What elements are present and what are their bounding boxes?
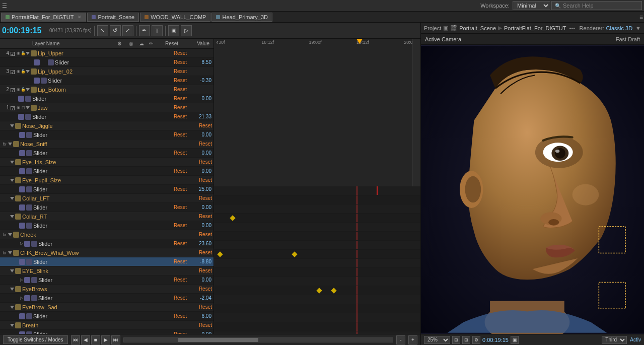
expand-btn[interactable] <box>10 269 14 272</box>
reset-btn[interactable]: Reset <box>197 304 213 310</box>
comp-breadcrumb-2[interactable]: PortraitFlat_For_DIGTUT <box>504 25 566 31</box>
expand-btn[interactable] <box>10 124 14 127</box>
lock-btn[interactable]: ◻ <box>21 105 26 110</box>
expand-btn[interactable] <box>8 233 12 236</box>
reset-btn[interactable]: Reset <box>197 232 213 237</box>
panel-menu-icon[interactable]: ≡ <box>639 14 643 21</box>
expand-btn[interactable] <box>8 143 12 146</box>
layer-name: Lip_Upper_02 <box>38 68 172 75</box>
grid-btn[interactable]: ⊞ <box>462 336 470 344</box>
reset-btn[interactable]: Reset <box>172 96 188 101</box>
keyframe[interactable] <box>292 251 297 257</box>
expand-btn[interactable] <box>26 106 30 109</box>
tab-head-primary[interactable]: Head_Primary_3D <box>211 13 272 22</box>
h-scrollbar[interactable] <box>123 337 393 342</box>
zoom-out-btn[interactable]: - <box>396 335 405 344</box>
reset-btn[interactable]: Reset <box>197 123 213 128</box>
layer-row-selected[interactable]: Slider Reset -8.80 <box>0 257 213 266</box>
reset-btn[interactable]: Reset <box>172 132 188 137</box>
search-box[interactable]: 🔍 Search Help <box>551 1 642 10</box>
tab-close-0[interactable]: ✕ <box>78 15 82 20</box>
pen-tool[interactable]: ✒ <box>139 25 150 36</box>
zoom-select[interactable]: 25% 50% 100% <box>424 336 450 344</box>
keyframe[interactable] <box>218 251 223 257</box>
reset-btn[interactable]: Reset <box>172 78 188 83</box>
solo-btn[interactable]: ◉ <box>16 87 21 92</box>
expand-btn[interactable] <box>10 161 14 164</box>
tab-wood-wall[interactable]: WOOD_WALL_COMP <box>140 13 210 22</box>
reset-btn[interactable]: Reset <box>172 295 188 301</box>
expand-btn[interactable] <box>10 288 14 291</box>
comp-breadcrumb-1[interactable]: Portrait_Scene <box>459 25 496 31</box>
reset-btn[interactable]: Reset <box>172 186 188 192</box>
solo-btn[interactable]: ◉ <box>16 51 21 56</box>
keyframe[interactable] <box>331 288 336 293</box>
reset-btn[interactable]: Reset <box>172 313 188 319</box>
stop-btn[interactable]: ■ <box>91 335 100 344</box>
expand-btn[interactable] <box>10 215 14 218</box>
view-select[interactable]: Third Front Side <box>602 336 627 344</box>
reset-btn[interactable]: Reset <box>197 195 213 201</box>
tab-portrait-scene[interactable]: Portrait_Scene <box>87 13 139 22</box>
reset-btn[interactable]: Reset <box>172 114 188 119</box>
reset-btn[interactable]: Reset <box>172 105 188 110</box>
expand-btn[interactable] <box>10 324 14 327</box>
settings-btn[interactable]: ⚙ <box>472 336 480 344</box>
scale-tool[interactable]: ⤢ <box>122 25 133 36</box>
expand-btn[interactable] <box>26 52 30 55</box>
move-tool[interactable]: ⤡ <box>97 25 108 36</box>
keyframe[interactable] <box>230 215 235 221</box>
reset-btn[interactable]: Reset <box>172 259 188 264</box>
expand-btn[interactable] <box>10 306 14 309</box>
reset-btn[interactable]: Reset <box>172 241 188 246</box>
prev-frame-btn[interactable]: ⏮ <box>71 335 80 344</box>
reset-btn[interactable]: Reset <box>197 286 213 292</box>
renderer-menu-icon[interactable]: ▼ <box>635 25 641 31</box>
expand-btn[interactable] <box>26 88 30 91</box>
reset-btn[interactable]: Reset <box>172 223 188 228</box>
reset-btn[interactable]: Reset <box>172 59 188 65</box>
renderer-value: Classic 3D <box>606 25 633 31</box>
next-frame-btn[interactable]: ⏭ <box>111 335 120 344</box>
reset-btn[interactable]: Reset <box>172 277 188 283</box>
expand-btn[interactable] <box>8 251 12 254</box>
reset-btn[interactable]: Reset <box>172 150 188 156</box>
reset-btn[interactable]: Reset <box>172 87 188 92</box>
reset-btn[interactable]: Reset <box>197 177 213 183</box>
tab-portraitflat[interactable]: PortraitFlat_For_DIGTUT ✕ <box>1 13 86 22</box>
keyframe[interactable] <box>316 288 322 293</box>
reset-btn[interactable]: Reset <box>172 50 188 56</box>
reset-btn[interactable]: Reset <box>197 268 213 273</box>
reset-btn[interactable]: Reset <box>197 214 213 219</box>
expand-btn[interactable] <box>26 70 30 73</box>
workspace-select[interactable]: Minimal Standard <box>513 1 550 10</box>
reset-btn[interactable]: Reset <box>197 250 213 255</box>
zoom-in-btn[interactable]: + <box>408 335 417 344</box>
lock-btn[interactable]: 🔒 <box>21 87 26 92</box>
rotate-tool[interactable]: ↺ <box>110 25 121 36</box>
text-tool[interactable]: T <box>152 25 163 36</box>
reset-btn[interactable]: Reset <box>172 68 188 74</box>
reset-btn[interactable]: Reset <box>197 159 213 165</box>
render-btn[interactable]: ▣ <box>168 25 179 36</box>
render-preview-btn[interactable]: ▣ <box>511 336 519 344</box>
project-label[interactable]: Project <box>424 25 441 31</box>
comp-menu-btn[interactable]: ••• <box>569 25 575 31</box>
lock-btn[interactable]: 🔒 <box>21 69 26 74</box>
solo-btn[interactable]: ◉ <box>16 69 21 74</box>
timeline-scrollbar[interactable] <box>123 337 393 342</box>
scrollbar-thumb[interactable] <box>178 338 258 342</box>
preview-btn[interactable]: ▷ <box>181 25 192 36</box>
toggle-modes-btn[interactable]: Toggle Switches / Modes <box>3 335 68 344</box>
reset-btn[interactable]: Reset <box>197 141 213 147</box>
lock-btn[interactable]: 🔒 <box>21 51 26 56</box>
zoom-fit-btn[interactable]: ⊞ <box>452 336 460 344</box>
expand-btn[interactable] <box>10 197 14 200</box>
play-back-btn[interactable]: ◀ <box>81 335 90 344</box>
reset-btn[interactable]: Reset <box>172 168 188 174</box>
expand-btn[interactable] <box>10 179 14 182</box>
solo-btn[interactable]: ◉ <box>16 105 21 110</box>
play-btn[interactable]: ▶ <box>101 335 110 344</box>
reset-btn[interactable]: Reset <box>197 322 213 328</box>
reset-btn[interactable]: Reset <box>172 204 188 210</box>
